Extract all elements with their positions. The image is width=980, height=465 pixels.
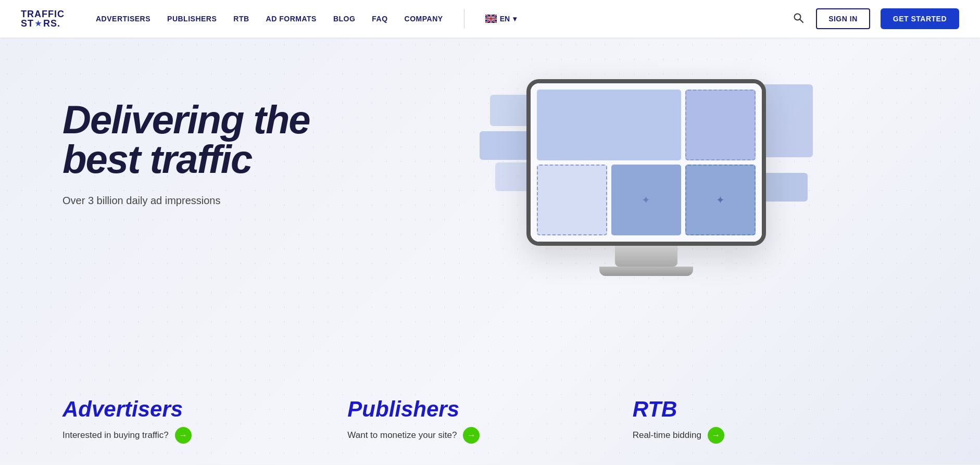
monitor-wrapper: ✦ ✦ — [511, 79, 782, 287]
svg-rect-8 — [485, 18, 497, 19]
hero-headline: Delivering the best traffic — [62, 100, 375, 179]
logo[interactable]: TRAFFIC ST★RS. — [21, 9, 65, 28]
flag-icon — [485, 15, 497, 23]
card-publishers: Publishers Want to monetize your site? → — [347, 397, 632, 444]
card-advertisers-title: Advertisers — [62, 397, 326, 422]
card-rtb-title: RTB — [633, 397, 897, 422]
search-button[interactable] — [791, 10, 806, 28]
lang-selector[interactable]: EN ▾ — [485, 15, 517, 23]
nav-actions: SIGN IN GET STARTED — [791, 8, 959, 29]
hero-main: Delivering the best traffic Over 3 billi… — [0, 37, 980, 376]
logo-line1: TRAFFIC — [21, 9, 65, 19]
navbar: TRAFFIC ST★RS. ADVERTISERS PUBLISHERS RT… — [0, 0, 980, 37]
lang-chevron: ▾ — [513, 15, 517, 23]
card-publishers-desc: Want to monetize your site? → — [347, 427, 611, 444]
nav-separator — [464, 9, 464, 28]
get-started-button[interactable]: GET STARTED — [881, 8, 959, 29]
card-advertisers: Advertisers Interested in buying traffic… — [62, 397, 347, 444]
svg-line-10 — [800, 19, 803, 22]
ad-block-3 — [537, 165, 607, 235]
sign-in-button[interactable]: SIGN IN — [816, 8, 870, 29]
card-rtb: RTB Real-time bidding → — [633, 397, 918, 444]
monitor-stand — [615, 246, 677, 267]
hero-section: Delivering the best traffic Over 3 billi… — [0, 37, 980, 464]
nav-faq[interactable]: FAQ — [372, 15, 387, 23]
card-rtb-text: Real-time bidding — [633, 430, 701, 441]
monitor-screen: ✦ ✦ — [526, 79, 766, 246]
hero-headline-line1: Delivering the — [62, 97, 310, 142]
lang-label: EN — [500, 15, 510, 23]
hero-subtext: Over 3 billion daily ad impressions — [62, 195, 375, 207]
hero-text: Delivering the best traffic Over 3 billi… — [62, 69, 375, 207]
logo-star-left: ★ — [35, 20, 42, 27]
ad-block-1 — [537, 90, 681, 160]
monitor-base — [599, 267, 693, 276]
ad-block-2 — [685, 90, 756, 160]
ad-block-4: ✦ — [611, 165, 682, 235]
card-publishers-title: Publishers — [347, 397, 611, 422]
hero-cards: Advertisers Interested in buying traffic… — [0, 376, 980, 464]
card-publishers-arrow[interactable]: → — [463, 427, 480, 444]
nav-blog[interactable]: BLOG — [333, 15, 355, 23]
hero-headline-line2: best traffic — [62, 137, 252, 181]
card-rtb-arrow[interactable]: → — [708, 427, 724, 444]
nav-links: ADVERTISERS PUBLISHERS RTB AD FORMATS BL… — [96, 9, 791, 28]
logo-line2: ST★RS. — [21, 19, 65, 28]
card-rtb-desc: Real-time bidding → — [633, 427, 897, 444]
card-advertisers-text: Interested in buying traffic? — [62, 430, 169, 441]
nav-company[interactable]: COMPANY — [405, 15, 443, 23]
nav-publishers[interactable]: PUBLISHERS — [167, 15, 217, 23]
monitor-illustration: ✦ ✦ — [375, 69, 918, 287]
card-publishers-text: Want to monetize your site? — [347, 430, 457, 441]
card-advertisers-desc: Interested in buying traffic? → — [62, 427, 326, 444]
ad-block-5: ✦ — [685, 165, 756, 235]
nav-ad-formats[interactable]: AD FORMATS — [266, 15, 317, 23]
search-icon — [793, 12, 803, 23]
card-advertisers-arrow[interactable]: → — [175, 427, 192, 444]
nav-rtb[interactable]: RTB — [233, 15, 249, 23]
nav-advertisers[interactable]: ADVERTISERS — [96, 15, 150, 23]
